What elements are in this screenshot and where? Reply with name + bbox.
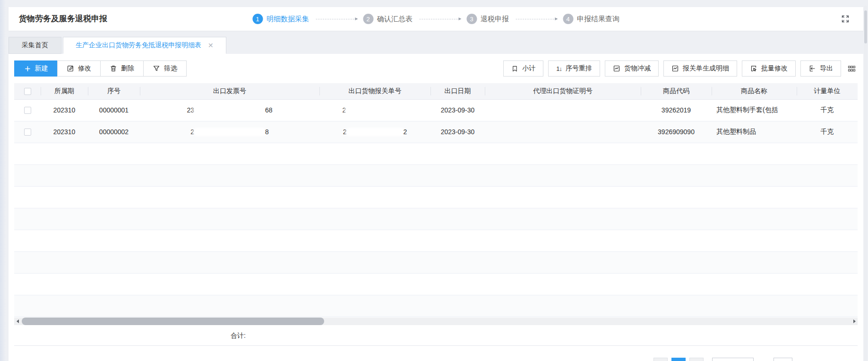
step-1-circle: 1	[252, 14, 263, 24]
next-page-button[interactable]	[689, 358, 704, 361]
table-row[interactable]: 202310 00000002 28 22 2023-09-30 3926909…	[14, 121, 858, 143]
page-jump-input[interactable]	[773, 358, 792, 361]
unit-cell: 千克	[797, 99, 858, 121]
header-bar: 货物劳务及服务退税申报 1 明细数据采集 2 确认汇总表 3 退税申报 4 申报…	[9, 7, 863, 31]
table-body: 202310 00000001 2368 2 2023-09-30 392620…	[14, 99, 858, 317]
page-size-select[interactable]	[712, 358, 754, 361]
empty-table-row	[14, 273, 858, 295]
row-checkbox[interactable]	[24, 129, 31, 136]
redaction-blur	[194, 107, 265, 113]
step-2-circle: 2	[363, 14, 373, 24]
scroll-left-arrow-icon[interactable]	[14, 318, 21, 325]
commodity-name-cell: 其他塑料制手套(包括	[712, 99, 797, 121]
vertical-scrollbar-thumb[interactable]	[864, 10, 867, 43]
empty-table-row	[14, 251, 858, 273]
header-unit: 计量单位	[797, 83, 858, 99]
sort-icon: 1↓	[556, 65, 562, 72]
empty-table-row	[14, 230, 858, 251]
header-declaration-no: 出口货物报关单号	[319, 83, 430, 99]
scroll-right-arrow-icon[interactable]	[851, 318, 858, 325]
empty-table-row	[14, 164, 858, 186]
commodity-name-cell: 其他塑料制品	[712, 121, 797, 143]
step-result-query[interactable]: 4 申报结果查询	[563, 14, 619, 24]
redaction-blur	[194, 129, 265, 135]
horizontal-scrollbar[interactable]	[14, 318, 858, 325]
agent-cert-cell	[485, 121, 641, 143]
step-3-circle: 3	[466, 14, 477, 24]
row-checkbox[interactable]	[24, 107, 31, 114]
header-export-date: 出口日期	[430, 83, 485, 99]
content-panel: 新建 修改 删除 筛选	[9, 54, 863, 361]
goods-offset-button[interactable]: 货物冲减	[605, 60, 659, 77]
row-select-cell	[14, 121, 41, 143]
step-4-label: 申报结果查询	[577, 15, 619, 24]
modify-button-label: 修改	[78, 64, 91, 73]
data-table: 所属期 序号 出口发票号 出口货物报关单号 出口日期 代理出口货物证明号 商品代…	[14, 83, 858, 317]
bookmark-icon	[511, 65, 518, 72]
tab-bar: 采集首页 生产企业出口货物劳务免抵退税申报明细表 ✕	[9, 37, 226, 54]
step-detail-collection[interactable]: 1 明细数据采集	[252, 14, 309, 24]
horizontal-scrollbar-thumb[interactable]	[22, 318, 324, 325]
table-header: 所属期 序号 出口发票号 出口货物报关单号 出口日期 代理出口货物证明号 商品代…	[14, 83, 858, 99]
invoice-no-cell: 28	[140, 121, 319, 143]
declaration-no-cell: 2	[319, 99, 430, 121]
subtotal-button[interactable]: 小计	[503, 60, 543, 77]
toolbar-right-group: 小计 1↓ 序号重排 货物冲减 报关单生成明细	[503, 60, 858, 77]
step-1-label: 明细数据采集	[266, 15, 309, 24]
delete-button[interactable]: 删除	[100, 60, 144, 77]
toolbar-left-group: 新建 修改 删除 筛选	[14, 60, 187, 77]
header-period: 所属期	[41, 83, 88, 99]
export-date-cell: 2023-09-30	[430, 99, 485, 121]
agent-cert-cell	[485, 99, 641, 121]
goods-offset-button-label: 货物冲减	[624, 64, 651, 73]
edit-square-icon	[67, 65, 74, 72]
tab-collection-home[interactable]: 采集首页	[9, 37, 61, 54]
generate-detail-button[interactable]: 报关单生成明细	[663, 60, 737, 77]
invoice-no-cell: 2368	[140, 99, 319, 121]
table-row[interactable]: 202310 00000001 2368 2 2023-09-30 392620…	[14, 99, 858, 121]
redaction-blur	[347, 129, 404, 135]
chart-icon	[613, 65, 620, 72]
header-seq: 序号	[88, 83, 140, 99]
chart-icon	[671, 65, 679, 72]
period-cell: 202310	[41, 121, 88, 143]
empty-table-row	[14, 208, 858, 230]
header-commodity-name: 商品名称	[712, 83, 797, 99]
trash-icon	[110, 65, 117, 72]
wizard-stepper: 1 明细数据采集 2 确认汇总表 3 退税申报 4 申报结果查询	[252, 7, 619, 31]
tab-detail-form[interactable]: 生产企业出口货物劳务免抵退税申报明细表 ✕	[63, 37, 226, 54]
filter-funnel-icon	[153, 65, 160, 72]
row-select-cell	[14, 99, 41, 121]
resort-button[interactable]: 1↓ 序号重排	[548, 60, 600, 77]
tab-close-icon[interactable]: ✕	[208, 42, 214, 49]
step-confirm-summary[interactable]: 2 确认汇总表	[363, 14, 413, 24]
declaration-no-cell: 22	[319, 121, 430, 143]
page-1-button[interactable]: 1	[671, 358, 686, 361]
select-all-checkbox[interactable]	[24, 88, 31, 95]
step-2-label: 确认汇总表	[377, 15, 413, 24]
period-cell: 202310	[41, 99, 88, 121]
modify-button[interactable]: 修改	[57, 60, 101, 77]
commodity-code-cell: 39262019	[641, 99, 712, 121]
generate-detail-button-label: 报关单生成明细	[683, 64, 729, 73]
export-icon	[808, 65, 816, 72]
left-edge-strip	[0, 0, 6, 361]
header-invoice-no: 出口发票号	[140, 83, 319, 99]
fullscreen-expand-icon[interactable]	[841, 14, 850, 24]
column-settings-icon[interactable]	[846, 64, 858, 74]
step-connector	[516, 19, 556, 19]
new-button-label: 新建	[35, 64, 48, 73]
prev-page-button[interactable]	[653, 358, 668, 361]
vertical-scrollbar[interactable]	[864, 6, 867, 361]
filter-button[interactable]: 筛选	[143, 60, 187, 77]
header-agent-cert-no: 代理出口货物证明号	[485, 83, 641, 99]
empty-table-row	[14, 143, 858, 164]
new-button[interactable]: 新建	[14, 60, 58, 77]
batch-modify-button-label: 批量修改	[761, 64, 788, 73]
export-button[interactable]: 导出	[800, 60, 841, 77]
step-connector	[419, 19, 460, 19]
header-select-all	[14, 83, 41, 99]
step-refund-declare[interactable]: 3 退税申报	[466, 14, 509, 24]
subtotal-button-label: 小计	[522, 64, 535, 73]
batch-modify-button[interactable]: 批量修改	[742, 60, 796, 77]
